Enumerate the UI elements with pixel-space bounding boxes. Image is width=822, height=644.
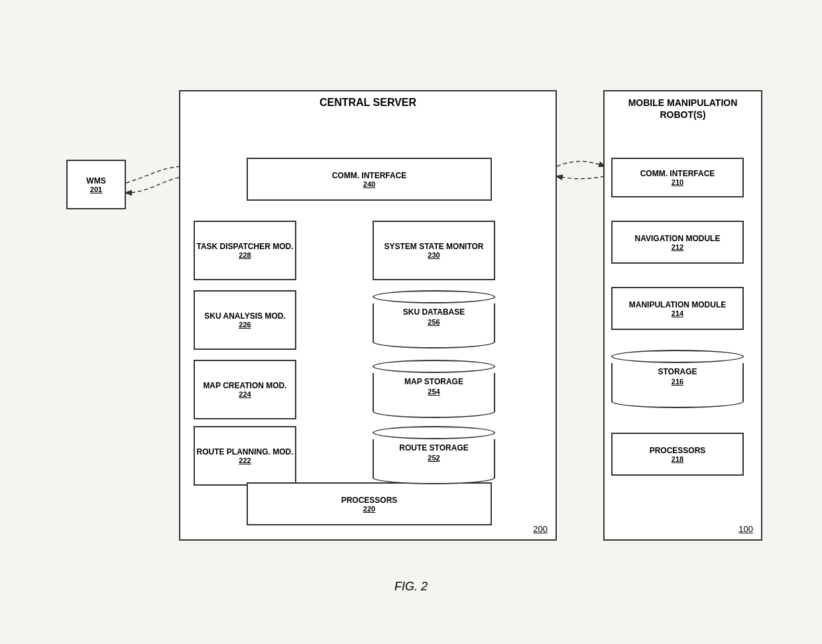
task-dispatcher-box: TASK DISPATCHER MOD. 228 <box>194 221 296 280</box>
central-comm-interface-box: COMM. INTERFACE 240 <box>247 158 492 201</box>
map-storage-label: MAP STORAGE <box>404 377 463 386</box>
central-processors-box: PROCESSORS 220 <box>247 482 492 525</box>
central-server-ref: 200 <box>533 524 548 534</box>
system-state-monitor-box: SYSTEM STATE MONITOR 230 <box>373 221 495 280</box>
task-dispatcher-label: TASK DISPATCHER MOD. <box>197 242 294 251</box>
wms-label: WMS <box>86 176 105 186</box>
central-server-title: CENTRAL SERVER <box>180 91 556 111</box>
robot-processors-box: PROCESSORS 218 <box>611 433 744 476</box>
sku-analysis-box: SKU ANALYSIS MOD. 226 <box>194 290 296 350</box>
robot-comm-interface-box: COMM. INTERFACE 210 <box>611 158 744 197</box>
map-creation-label: MAP CREATION MOD. <box>203 381 286 390</box>
sku-database-box: SKU DATABASE 256 <box>373 290 495 350</box>
navigation-ref: 212 <box>672 243 683 251</box>
manipulation-label: MANIPULATION MODULE <box>629 300 726 309</box>
robot-storage-ref: 216 <box>672 378 683 386</box>
robot-box: MOBILE MANIPULATION ROBOT(S) COMM. INTER… <box>603 90 762 541</box>
robot-ref: 100 <box>738 524 753 534</box>
robot-processors-ref: 218 <box>672 455 683 463</box>
sku-analysis-ref: 226 <box>239 321 251 329</box>
route-planning-box: ROUTE PLANNING. MOD. 222 <box>194 426 296 486</box>
system-state-monitor-ref: 230 <box>428 251 440 259</box>
route-planning-ref: 222 <box>239 456 251 464</box>
wms-box: WMS 201 <box>66 160 126 209</box>
sku-database-ref: 256 <box>428 318 440 326</box>
map-storage-ref: 254 <box>428 388 440 396</box>
robot-storage-label: STORAGE <box>658 367 697 376</box>
map-creation-box: MAP CREATION MOD. 224 <box>194 360 296 419</box>
robot-comm-ref: 210 <box>672 178 683 186</box>
sku-analysis-label: SKU ANALYSIS MOD. <box>204 311 285 321</box>
robot-comm-label: COMM. INTERFACE <box>640 169 715 178</box>
navigation-label: NAVIGATION MODULE <box>635 234 721 243</box>
central-processors-label: PROCESSORS <box>341 496 398 505</box>
task-dispatcher-ref: 228 <box>239 251 251 259</box>
route-planning-label: ROUTE PLANNING. MOD. <box>197 447 294 456</box>
manipulation-module-box: MANIPULATION MODULE 214 <box>611 287 744 330</box>
robot-processors-label: PROCESSORS <box>650 446 706 455</box>
wms-ref: 201 <box>90 186 102 193</box>
diagram: WMS 201 CENTRAL SERVER COMM. INTERFACE 2… <box>46 37 776 607</box>
robot-storage-box: STORAGE 216 <box>611 350 744 409</box>
central-server-box: CENTRAL SERVER COMM. INTERFACE 240 TASK … <box>179 90 557 541</box>
route-storage-box: ROUTE STORAGE 252 <box>373 426 495 486</box>
central-comm-ref: 240 <box>363 180 375 188</box>
central-processors-ref: 220 <box>363 505 375 513</box>
navigation-module-box: NAVIGATION MODULE 212 <box>611 221 744 264</box>
central-comm-label: COMM. INTERFACE <box>332 171 407 180</box>
figure-caption: FIG. 2 <box>394 580 428 594</box>
sku-database-label: SKU DATABASE <box>403 307 465 317</box>
route-storage-ref: 252 <box>428 454 440 462</box>
system-state-monitor-label: SYSTEM STATE MONITOR <box>384 242 483 251</box>
manipulation-ref: 214 <box>672 309 683 317</box>
route-storage-label: ROUTE STORAGE <box>399 443 468 453</box>
map-creation-ref: 224 <box>239 390 251 398</box>
robot-title: MOBILE MANIPULATION ROBOT(S) <box>605 91 761 123</box>
map-storage-box: MAP STORAGE 254 <box>373 360 495 419</box>
